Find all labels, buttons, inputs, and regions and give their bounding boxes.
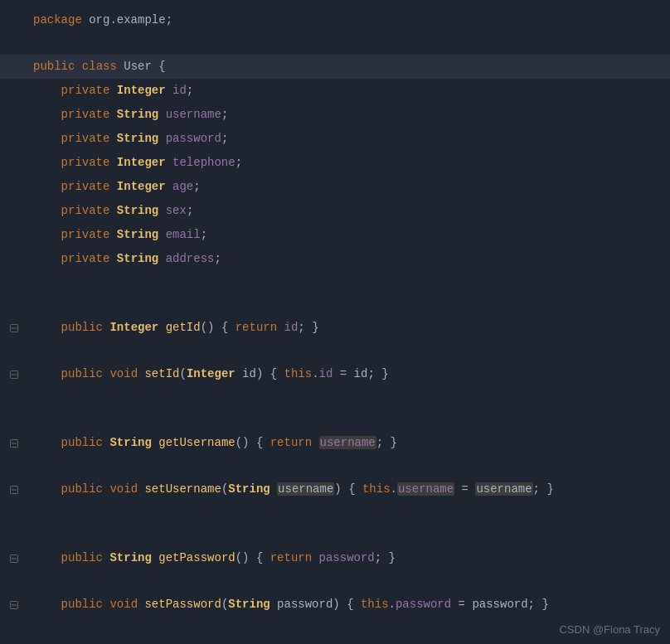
code-content: private Integer id; [25, 80, 193, 102]
token-type-string: String [117, 108, 158, 121]
token-kw-private: private [61, 180, 110, 193]
token-plain: ; [187, 84, 193, 97]
token-kw-public: public [61, 367, 103, 380]
token-param-name: id [354, 367, 368, 380]
token-plain: ; [221, 132, 228, 145]
token-plain [158, 204, 165, 217]
code-content: public String getPassword() { return pas… [25, 547, 396, 569]
token-var-name: id [172, 84, 187, 97]
token-plain [312, 551, 318, 564]
code-line: private String address; [0, 247, 670, 271]
fold-icon[interactable] [8, 369, 20, 380]
token-plain [152, 551, 158, 564]
token-plain [166, 84, 172, 97]
indent [33, 436, 61, 449]
token-kw-public: public [61, 598, 103, 611]
token-plain [158, 228, 165, 241]
token-plain [277, 321, 284, 334]
fold-icon[interactable] [8, 484, 20, 496]
token-kw-return: return [235, 321, 277, 334]
token-kw-this: this [361, 598, 389, 611]
token-plain: ) { [334, 482, 362, 496]
token-kw-private: private [61, 204, 110, 217]
token-plain: ; [214, 252, 221, 265]
token-var-name: username [166, 108, 221, 121]
token-type-string: String [109, 551, 151, 564]
token-type-integer: Integer [117, 156, 166, 169]
indent [33, 132, 61, 145]
token-plain [75, 60, 81, 73]
token-method-name: getPassword [158, 551, 235, 564]
token-plain [109, 204, 116, 217]
token-method-name: setId [144, 367, 179, 380]
token-plain [158, 321, 165, 334]
token-field-access: password [396, 598, 451, 611]
token-plain [109, 84, 116, 97]
code-line: private String username; [0, 103, 670, 127]
indent [33, 598, 61, 611]
code-line [0, 340, 670, 362]
token-plain: = [451, 598, 472, 611]
token-plain: () { [235, 436, 270, 449]
token-type-integer: Integer [117, 84, 166, 97]
token-plain: ; } [533, 482, 554, 496]
code-line: public String getPassword() { return pas… [0, 546, 670, 570]
token-kw-public: package [33, 13, 82, 27]
code-content: package org.example; [25, 9, 172, 31]
token-type-string: String [228, 598, 269, 611]
token-type-string: String [117, 252, 158, 265]
code-line: private Integer age; [0, 175, 670, 199]
token-kw-public: public [33, 60, 75, 73]
fold-icon[interactable] [8, 599, 20, 611]
token-type-string: String [117, 204, 158, 217]
token-plain: ; [235, 156, 242, 169]
token-plain [270, 482, 277, 496]
code-line [0, 293, 670, 316]
line-gutter [0, 484, 25, 496]
token-plain: org.example; [82, 13, 172, 27]
token-plain: () { [235, 551, 270, 564]
code-content: private String email; [25, 224, 207, 246]
code-line [0, 570, 670, 593]
token-plain: ) { [256, 367, 284, 380]
token-method-name: setPassword [144, 598, 221, 611]
code-line [0, 455, 670, 477]
token-method-name: getUsername [158, 436, 235, 449]
token-plain: ; [193, 180, 200, 193]
token-kw-private: private [61, 108, 110, 121]
watermark: CSDN @Fiona Tracy [559, 623, 660, 636]
code-line: private String sex; [0, 199, 670, 223]
fold-icon[interactable] [8, 553, 20, 564]
token-var-name: email [166, 228, 201, 241]
token-kw-public: public [61, 321, 103, 334]
token-param-name: password [277, 598, 333, 611]
token-var-name: id [284, 321, 299, 334]
token-kw-public: public [61, 482, 103, 496]
token-plain: . [391, 482, 397, 496]
code-line [0, 32, 670, 55]
token-var-name: sex [166, 204, 187, 217]
indent [33, 180, 61, 193]
token-plain: . [389, 598, 396, 611]
token-type-string: String [117, 132, 158, 145]
token-plain: ; [187, 204, 193, 217]
code-line: private String email; [0, 223, 670, 247]
code-content: public String getUsername() { return use… [25, 432, 397, 454]
fold-icon[interactable] [8, 322, 20, 334]
token-kw-private: private [61, 156, 110, 169]
token-plain [312, 436, 318, 449]
token-var-name: password [166, 132, 221, 145]
code-content: private String password; [25, 128, 228, 150]
code-line [0, 271, 670, 293]
fold-icon[interactable] [8, 438, 20, 449]
token-plain [109, 252, 116, 265]
code-content: public void setUsername(String username)… [25, 478, 554, 501]
line-gutter [0, 322, 25, 334]
token-var-name: address [166, 252, 215, 265]
token-param-name: id [242, 367, 256, 380]
line-gutter [0, 553, 25, 564]
code-content: public class User { [25, 56, 166, 78]
token-plain: ; [221, 108, 228, 121]
code-content: public Integer getId() { return id; } [25, 317, 319, 339]
token-kw-private: private [61, 228, 110, 241]
